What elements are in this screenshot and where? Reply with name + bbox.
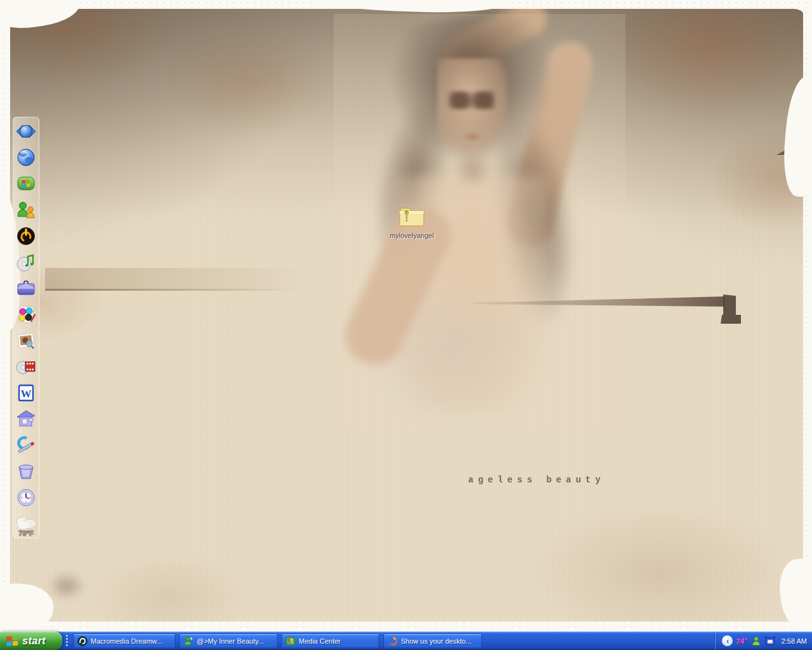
- dock-item-briefcase[interactable]: [13, 276, 39, 300]
- taskbar-drag-handle[interactable]: [65, 634, 69, 647]
- messenger-icon: [183, 636, 193, 646]
- dock-item-video[interactable]: [13, 355, 39, 379]
- messenger-icon: [15, 199, 37, 221]
- graphics-icon: [15, 303, 37, 325]
- windows-flag-icon: [6, 635, 19, 647]
- tray-clock[interactable]: 2:58 AM: [782, 637, 807, 645]
- task-button-label: Show us your deskto...: [401, 637, 471, 645]
- media-center-icon: [15, 173, 37, 194]
- dock-item-clock[interactable]: [13, 486, 39, 510]
- dock-item-messenger[interactable]: [13, 198, 39, 222]
- dock-item-media-center[interactable]: [13, 171, 39, 196]
- dock-item-objectdock[interactable]: [13, 119, 39, 143]
- dock: W: [13, 117, 39, 538]
- wallpaper-smudge: [47, 571, 86, 600]
- dock-item-recycle-bin[interactable]: [13, 459, 39, 483]
- dock-item-power[interactable]: [13, 224, 39, 248]
- media-tray-icon-glyph: [764, 635, 776, 646]
- tray-temperature[interactable]: 74°: [736, 636, 749, 646]
- desktop-icon-label: mylovelyangel: [371, 232, 452, 239]
- music-icon: [15, 251, 37, 273]
- task-button-messenger[interactable]: @>My Inner Beauty...: [179, 633, 278, 649]
- dock-weather-temp: 79°F: [13, 529, 39, 537]
- taskbar: start Macromedia Dreamw... @>My Inner Be…: [0, 632, 812, 650]
- system-tray: ‹ 74° 2:58 AM: [715, 632, 812, 650]
- start-label: start: [22, 635, 46, 647]
- task-button-media-center[interactable]: Media Center: [281, 633, 379, 649]
- desktop: ageless beauty: [0, 0, 812, 632]
- dock-item-graphics[interactable]: [13, 302, 39, 326]
- wallpaper: ageless beauty: [10, 9, 803, 621]
- wallpaper-barre-rod: [473, 291, 746, 328]
- dock-item-weather[interactable]: 79°F: [13, 512, 39, 536]
- power-icon: [15, 225, 37, 247]
- internet-globe-icon: [15, 147, 37, 168]
- task-button-label: Media Center: [299, 637, 341, 645]
- dock-item-photo-viewer[interactable]: [13, 329, 39, 353]
- media-center-icon: [285, 636, 296, 646]
- dock-item-music[interactable]: [13, 250, 39, 274]
- tools-icon: [15, 434, 37, 456]
- video-icon: [15, 356, 37, 378]
- photo-viewer-icon: [15, 330, 37, 352]
- briefcase-icon: [15, 277, 37, 299]
- messenger-icon: [751, 636, 761, 646]
- dock-item-home-box[interactable]: [13, 407, 39, 431]
- messenger-tray-icon[interactable]: [751, 636, 761, 646]
- dreamweaver-icon: [77, 636, 88, 646]
- wallpaper-barre-left: [45, 268, 337, 291]
- wallpaper-caption: ageless beauty: [468, 475, 605, 485]
- home-box-icon: [15, 408, 37, 430]
- word-icon: W: [15, 382, 37, 404]
- tray-collapse-chevron[interactable]: ‹: [722, 635, 733, 646]
- media-tray-icon[interactable]: [764, 635, 776, 646]
- start-button[interactable]: start: [0, 632, 62, 650]
- recycle-bin-icon: [15, 460, 37, 482]
- dock-item-word[interactable]: W: [13, 381, 39, 405]
- desktop-icon-mylovelyangel[interactable]: mylovelyangel: [371, 205, 452, 239]
- zip-folder-icon: [398, 205, 426, 228]
- objectdock-icon: [15, 121, 37, 142]
- dock-item-internet[interactable]: [13, 145, 39, 169]
- task-button-firefox[interactable]: Show us your deskto...: [383, 633, 482, 649]
- firefox-icon: [388, 636, 398, 646]
- dock-item-tools[interactable]: [13, 433, 39, 457]
- svg-text:W: W: [21, 388, 32, 400]
- task-button-dreamweaver[interactable]: Macromedia Dreamw...: [73, 633, 176, 649]
- task-button-label: @>My Inner Beauty...: [197, 637, 264, 645]
- task-button-label: Macromedia Dreamw...: [91, 637, 162, 645]
- clock-icon: [15, 487, 37, 508]
